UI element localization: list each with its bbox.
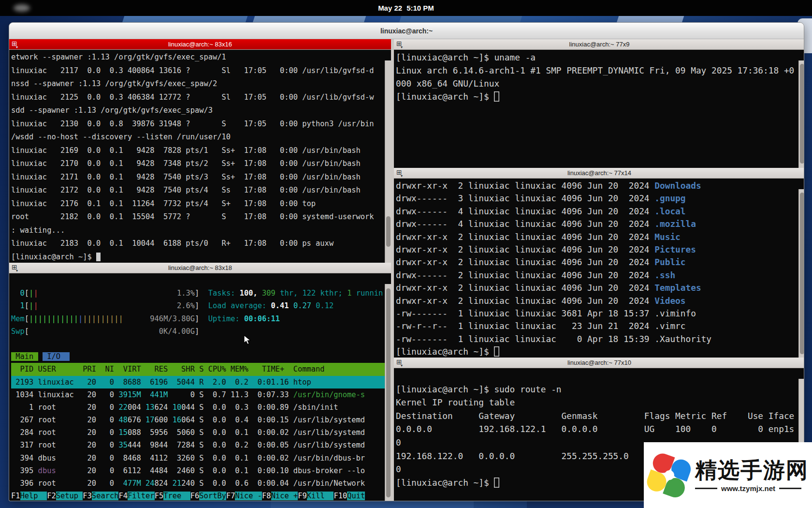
terminal-text-segment: [: [25, 327, 29, 336]
terminal-text-segment: [linuxiac@arch ~]$ uname -a: [396, 52, 536, 62]
terminal-text-segment: |: [33, 289, 38, 298]
terminal-text-segment: [199, 314, 208, 323]
terminal-text-segment: 824: [155, 479, 173, 488]
window-titlebar[interactable]: linuxiac@arch:~: [9, 23, 804, 39]
scrollbar[interactable]: [798, 189, 804, 358]
terminal-text-segment: 1034 linuxiac 20 0: [11, 390, 118, 399]
clock[interactable]: May 22 5:10 PM: [0, 0, 812, 16]
terminal-line: 1 root 20 0 22004 13624 10044 S 0.0 0.3 …: [11, 401, 385, 414]
terminal-text-segment: 0: [20, 289, 25, 298]
terminal-text-segment: drwx------ 4 linuxiac linuxiac 4096 Jun …: [396, 206, 654, 216]
scrollbar-thumb[interactable]: [386, 216, 391, 247]
pane-htop: ⊞▾ linuxiac@arch:~ 83x18 0[|| 1.3%] Task…: [9, 263, 391, 501]
terminal-group-icon[interactable]: ⊞▾: [396, 169, 402, 176]
terminal-content[interactable]: drwxr-xr-x 2 linuxiac linuxiac 4096 Jun …: [394, 179, 798, 358]
pane-ls-titlebar[interactable]: ⊞▾ linuxiac@arch:~ 77x14: [394, 168, 804, 179]
terminal-line: nssd --spawner :1.13 /org/gtk/gvfs/exec_…: [11, 77, 385, 91]
terminal-group-icon[interactable]: ⊞▾: [12, 264, 17, 270]
scrollbar[interactable]: [385, 284, 391, 501]
terminal-text-segment: F4: [118, 492, 128, 500]
terminal-text-segment: linuxiac 2176 0.1 0.1 11264 7732 pts/4 S…: [11, 199, 316, 208]
scrollbar-thumb[interactable]: [386, 288, 391, 497]
terminal-group-icon[interactable]: ⊞▾: [12, 40, 17, 47]
terminal-text-segment: : waiting...: [11, 226, 65, 235]
terminal-line: 1034 linuxiac 20 0 3915M 441M 0 S 0.7 11…: [11, 388, 385, 401]
terminal-screen[interactable]: drwxr-xr-x 2 linuxiac linuxiac 4096 Jun …: [394, 179, 804, 358]
terminal-line: linuxiac 2169 0.0 0.1 9428 7828 pts/1 Ss…: [11, 144, 385, 158]
terminal-content[interactable]: etwork --spawner :1.13 /org/gtk/gvfs/exe…: [9, 50, 385, 263]
terminal-text-segment: 309: [262, 289, 276, 298]
terminal-line: [396, 103, 798, 116]
terminal-group-icon[interactable]: ⊞▾: [396, 40, 402, 47]
terminal-text-segment: |: [29, 301, 33, 310]
terminal-line: Destination Gateway Genmask Flags Metric…: [396, 409, 798, 423]
terminal-text-segment: [199, 289, 208, 298]
terminal-line: drwxr-xr-x 2 linuxiac linuxiac 4096 Jun …: [396, 243, 798, 256]
scrollbar-thumb[interactable]: [800, 193, 804, 354]
terminal-text-segment: F1: [11, 492, 20, 500]
pane-htop-titlebar[interactable]: ⊞▾ linuxiac@arch:~ 83x18: [9, 263, 391, 273]
terminal-text-segment: 0.0.0.0 192.168.122.1 0.0.0.0 UG 100 0 0…: [396, 424, 794, 434]
terminal-text-segment: |||||||||||: [29, 314, 78, 323]
scrollbar[interactable]: [385, 60, 391, 263]
terminal-screen[interactable]: etwork --spawner :1.13 /org/gtk/gvfs/exe…: [9, 50, 391, 263]
terminal-text-segment: 317 root 20 0: [11, 441, 118, 449]
terminal-text-segment: 444 9844 7284 S 0.0 0.2 0:00.05 /usr/lib…: [128, 441, 365, 449]
scrollbar-thumb[interactable]: [800, 64, 804, 164]
terminal-text-segment: [123, 314, 150, 323]
pane-uname-titlebar[interactable]: ⊞▾ linuxiac@arch:~ 77x9: [394, 39, 804, 50]
terminal-text-segment: 1.3%: [177, 289, 195, 298]
terminal-text-segment: [11, 289, 20, 298]
terminal-text-segment: linuxiac 2170 0.0 0.1 9428 7348 pts/2 Ss…: [11, 159, 361, 168]
terminal-screen[interactable]: 0[|| 1.3%] Tasks: 100, 309 thr, 122 kthr…: [9, 273, 391, 501]
terminal-text-segment: 284 root 20 0: [11, 428, 118, 437]
terminal-line: 1[|| 2.6%] Load average: 0.41 0.27 0.12: [11, 299, 385, 312]
terminal-content[interactable]: [linuxiac@arch ~]$ uname -aLinux arch 6.…: [394, 50, 798, 168]
terminal-text-segment: 600: [155, 416, 173, 424]
watermark: 精选手游网 www.tzymjx.net: [644, 442, 812, 508]
scrollbar[interactable]: [798, 60, 804, 168]
terminal-text-segment: 15: [118, 428, 128, 437]
terminal-text-segment: root 2182 0.0 0.1 15504 5772 ? S 17:08 0…: [11, 212, 374, 221]
terminal-text-segment: Pictures: [654, 244, 696, 254]
pane-route-titlebar[interactable]: ⊞▾ linuxiac@arch:~ 77x10: [394, 358, 804, 368]
terminal-text-segment: PID USER PRI NI VIRT RES SHR S CPU% MEM%…: [11, 365, 325, 374]
terminal-text-segment: linuxiac 2125 0.0 0.3 406384 12772 ? Sl …: [11, 93, 374, 102]
terminal-text-segment: 0.12: [316, 301, 334, 310]
terminal-text-segment: 394 dbus 20 0 8468 4112 3260 S 0.0 0.1 0…: [11, 454, 365, 463]
terminal-text-segment: [: [25, 314, 29, 323]
terminal-text-segment: 267 root 20 0: [11, 416, 118, 424]
terminal-text-segment: 0K/4.00G: [159, 327, 195, 336]
terminal-text-segment: .ssh: [654, 270, 675, 280]
terminal-group-icon[interactable]: ⊞▾: [396, 359, 402, 365]
terminal-text-segment: Tasks:: [208, 289, 240, 298]
terminal-text-segment: [199, 301, 208, 310]
terminal-text-segment: F6: [190, 492, 200, 500]
pane-ps-auxw: ⊞▾ linuxiac@arch:~ 83x16 etwork --spawne…: [9, 39, 391, 263]
terminal-text-segment: 676: [128, 416, 145, 424]
dash-line: [695, 488, 717, 489]
terminal-text-segment: |: [29, 289, 33, 298]
wallpaper-shape: [399, 16, 522, 23]
terminal-text-segment: etwork --spawner :1.13 /org/gtk/gvfs/exe…: [11, 53, 226, 61]
terminal-text-segment: .mozilla: [654, 219, 696, 229]
terminal-text-segment: I/O: [43, 352, 70, 361]
terminal-text-segment: Downloads: [654, 180, 701, 191]
terminal-text-segment: 624: [155, 403, 173, 412]
terminal-text-segment: Main: [11, 352, 38, 361]
terminal-line: PID USER PRI NI VIRT RES SHR S CPU% MEM%…: [11, 363, 385, 375]
terminal-line: 284 root 20 0 15088 5956 5060 S 0.0 0.1 …: [11, 426, 385, 439]
terminal-text-segment: linuxiac 2130 0.0 0.8 39876 31948 ? S 17…: [11, 120, 374, 128]
terminal-text-segment: 064 S 0.0 0.4 0:00.15 /usr/lib/systemd: [181, 416, 365, 424]
terminal-content[interactable]: 0[|| 1.3%] Tasks: 100, 309 thr, 122 kthr…: [9, 273, 385, 501]
terminal-line: [linuxiac@arch ~]$ sudo route -n: [396, 383, 798, 396]
terminal-text-segment: 044 S 0.0 0.3 0:00.89 /sbin/init: [181, 403, 338, 412]
terminal-screen[interactable]: [linuxiac@arch ~]$ uname -aLinux arch 6.…: [394, 50, 804, 168]
terminal-text-segment: 2.6%: [177, 301, 195, 310]
terminal-line: linuxiac 2117 0.0 0.3 400864 13616 ? Sl …: [11, 64, 385, 78]
terminal-line: -rw------- 1 linuxiac linuxiac 0 Apr 18 …: [396, 333, 798, 345]
terminal-text-segment: [494, 478, 499, 488]
terminal-text-segment: 3915M: [118, 390, 141, 399]
terminal-text-segment: [linuxiac@arch ~]$: [396, 478, 494, 488]
pane-ps-titlebar[interactable]: ⊞▾ linuxiac@arch:~ 83x16: [9, 39, 391, 50]
